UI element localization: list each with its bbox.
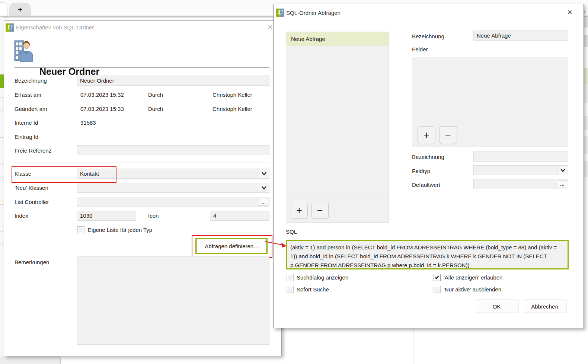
eigene-liste-label: Eigene Liste für jeden Typ	[88, 227, 152, 233]
alle-anzeigen-label: 'Alle anzeigen' erlauben	[444, 274, 502, 281]
background-right-block	[584, 136, 588, 154]
defaultwert-label: Defaultwert	[412, 182, 440, 188]
new-tab-button[interactable]: +	[9, 3, 31, 17]
query-bezeichnung-input[interactable]: Neue Abfrage	[473, 31, 568, 41]
cancel-button[interactable]: Abbrechen	[523, 300, 566, 313]
erfasst-am-label: Erfasst am	[15, 92, 41, 98]
neu-klassen-dropdown[interactable]	[77, 183, 269, 193]
query-list: Neue Abfrage + −	[286, 32, 389, 223]
ellipsis-icon[interactable]: …	[259, 198, 268, 206]
list-controller-label: List Controller	[15, 199, 49, 205]
divider	[15, 67, 269, 68]
folder-contact-icon	[14, 39, 34, 62]
dialog-title: Eigenschaften von SQL-Ordner	[16, 24, 94, 31]
sofort-suche-label: Sofort Suche	[297, 286, 329, 293]
cancel-label: Abbrechen	[531, 303, 558, 310]
geaendert-durch-value: Christoph Keller	[212, 106, 252, 112]
plus-icon: +	[424, 130, 429, 141]
erfasst-am-value: 07.03.2023 15:32	[80, 92, 124, 98]
sql-label: SQL	[286, 229, 297, 235]
minus-icon: −	[317, 205, 323, 216]
background-right-block	[584, 85, 588, 103]
field-bezeichnung-input[interactable]	[473, 151, 568, 162]
chevron-down-icon[interactable]	[259, 183, 269, 192]
background-right-block	[584, 116, 588, 130]
bemerkungen-label: Bemerkungen	[15, 259, 49, 265]
ok-button[interactable]: OK	[475, 300, 518, 313]
annotation-box-klasse	[12, 166, 116, 183]
eigene-liste-checkbox[interactable]	[77, 226, 84, 233]
bezeichnung-input[interactable]: Neuer Ordner	[77, 76, 269, 86]
background-selected-row	[0, 74, 4, 88]
background-list-rows	[0, 71, 4, 246]
felder-toolbar: + −	[412, 123, 568, 147]
feldtyp-label: Feldtyp	[412, 168, 430, 174]
nur-aktive-label: 'Nur aktive' ausblenden	[444, 286, 501, 293]
bezeichnung-label: Bezeichnung	[15, 77, 47, 84]
felder-list: + −	[412, 57, 568, 147]
annotation-box-abfragen	[192, 235, 272, 258]
close-icon[interactable]: ✕	[268, 24, 273, 31]
plus-icon: +	[18, 6, 22, 14]
defaultwert-input[interactable]: …	[473, 179, 568, 189]
dialog-eigenschaften-von-sql-ordner: U Eigenschaften von SQL-Ordner ✕ Neuer O…	[4, 20, 282, 356]
eintrag-id-label: Eintrag Id	[15, 134, 38, 140]
background-right-block	[584, 161, 588, 177]
interne-id-label: Interne Id	[15, 119, 38, 126]
plus-icon: +	[296, 205, 302, 216]
geaendert-durch-label: Durch	[148, 106, 163, 112]
field-bezeichnung-label: Bezeichnung	[412, 154, 444, 160]
background-bottom-left-panel	[0, 356, 61, 364]
close-icon[interactable]: ✕	[567, 9, 572, 16]
chevron-down-icon[interactable]	[557, 166, 568, 175]
freie-referenz-label: Freie Referenz	[15, 147, 51, 154]
vertec-logo-icon: U	[276, 9, 284, 17]
alle-anzeigen-checkbox[interactable]: ✔	[434, 274, 441, 281]
felder-label: Felder	[412, 46, 428, 52]
list-item-neue-abfrage[interactable]: Neue Abfrage	[286, 32, 389, 46]
ellipsis-icon[interactable]: …	[558, 180, 567, 188]
geaendert-am-value: 07.03.2023 15:33	[80, 106, 124, 112]
neu-klassen-label: 'Neu' Klassen	[15, 185, 48, 191]
annotation-arrow	[265, 240, 288, 250]
suchdialog-anzeigen-label: Suchdialog anzeigen	[297, 274, 348, 281]
index-input[interactable]: 1030	[77, 211, 136, 221]
freie-referenz-input[interactable]	[77, 145, 269, 155]
remove-field-button[interactable]: −	[439, 126, 457, 144]
minus-icon: −	[445, 130, 451, 141]
background-right-block	[584, 68, 588, 84]
sql-textarea[interactable]: (aktiv = 1) and person in (SELECT bold_i…	[286, 240, 569, 269]
background-grid-line	[413, 328, 413, 364]
remove-query-button[interactable]: −	[311, 202, 329, 219]
query-bezeichnung-label: Bezeichnung	[412, 33, 444, 39]
icon-input[interactable]: 4	[210, 211, 269, 221]
index-label: Index	[15, 213, 28, 219]
query-list-toolbar: + −	[286, 198, 389, 222]
add-query-button[interactable]: +	[291, 202, 308, 219]
add-field-button[interactable]: +	[418, 126, 435, 144]
check-icon: ✔	[435, 274, 440, 281]
dialog-sql-ordner-abfragen: U SQL-Ordner Abfragen ✕ Neue Abfrage + −…	[274, 4, 584, 328]
list-controller-input[interactable]: …	[77, 197, 269, 207]
interne-id-value: 31583	[80, 119, 96, 126]
erfasst-durch-label: Durch	[148, 92, 163, 98]
erfasst-durch-value: Christoph Keller	[212, 92, 252, 98]
background-right-block	[584, 35, 588, 47]
chevron-down-icon[interactable]	[259, 169, 269, 178]
suchdialog-anzeigen-checkbox[interactable]	[287, 274, 294, 281]
vertec-logo-icon: U	[6, 23, 14, 32]
feldtyp-dropdown[interactable]	[473, 165, 568, 175]
sofort-suche-checkbox[interactable]	[287, 286, 294, 293]
divider	[15, 163, 269, 163]
bemerkungen-textarea[interactable]	[77, 256, 269, 345]
geaendert-am-label: Geändert am	[15, 106, 47, 112]
icon-label: Icon	[148, 213, 159, 219]
background-right-block	[584, 17, 588, 28]
nur-aktive-checkbox[interactable]	[434, 286, 441, 293]
ok-label: OK	[493, 303, 501, 310]
dialog-title: SQL-Ordner Abfragen	[286, 10, 341, 16]
